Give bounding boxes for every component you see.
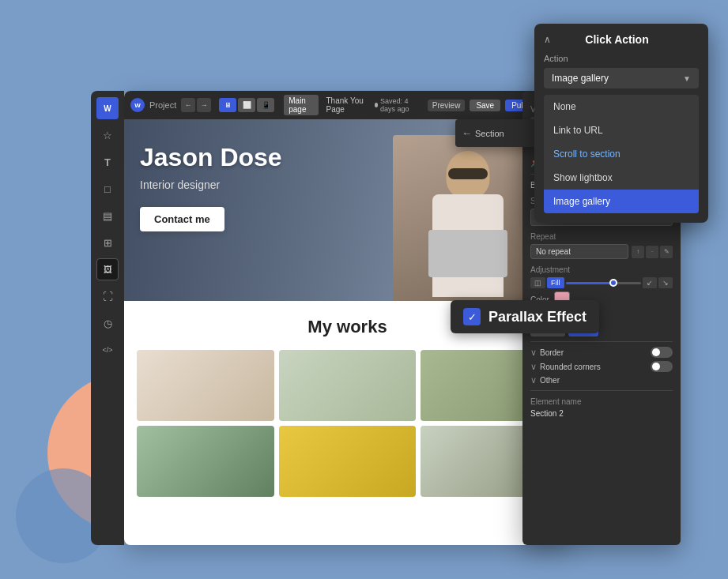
adj-btn-3[interactable]: ↙ [643,277,657,288]
section-panel-label: Section [475,129,504,138]
toolbar-redo-btn[interactable]: → [197,98,211,112]
ca-title: Click Action [585,33,648,46]
toolbar-saved-status: Saved: 4 days ago [375,97,423,113]
toolbar-saved-dot [375,103,378,107]
works-item-1[interactable] [137,350,274,421]
works-item-4[interactable] [137,426,274,497]
pos-btn-edit[interactable]: ✎ [660,246,673,258]
sidebar-icon-timer[interactable]: ◷ [96,312,119,334]
hero-name: Jason Dose [140,143,555,172]
section-panel: ← Section [455,119,538,147]
sidebar-icon-fullscreen[interactable]: ⛶ [96,285,119,307]
sidebar-logo[interactable]: W [96,97,119,119]
ca-option-none[interactable]: None [544,95,699,118]
toolbar-page-main[interactable]: Main page [284,95,318,115]
adj-slider-row [566,277,642,288]
sidebar-icon-grid[interactable]: ⊞ [96,231,119,254]
element-name-label: Element name [530,397,673,406]
pos-btns: ↑ · ✎ [632,244,673,259]
toolbar-project-label: Project [149,100,176,110]
other-row: ∨ Other [530,375,673,385]
editor-toolbar: W Project ← → 🖥 ⬜ 📱 Main page Thank You … [124,91,571,119]
border-label: Border [540,348,564,357]
parallax-checkmark: ✓ [468,311,477,323]
adj-btn-1[interactable]: ◫ [530,277,545,288]
repeat-select[interactable]: No repeat [530,244,628,259]
toolbar-pages: Main page Thank You Page [284,95,369,115]
works-item-2[interactable] [279,350,417,421]
parallax-check-icon: ✓ [463,308,481,325]
border-collapse-icon[interactable]: ∨ [530,348,537,358]
toolbar-page-thankyou[interactable]: Thank You Page [322,95,370,115]
sidebar-icon-layout[interactable]: ▤ [96,205,119,227]
rounded-corners-row: ∨ Rounded corners [530,361,673,372]
element-name-value: Section 2 [530,409,673,418]
toolbar-logo: W [130,98,145,112]
hero-cta-button[interactable]: Contact me [140,207,224,231]
section-panel-back-icon[interactable]: ← [462,127,472,139]
repeat-label: Repeat [530,232,673,241]
rounded-corners-toggle[interactable] [651,361,673,372]
border-toggle[interactable] [651,347,673,358]
ca-option-show-lightbox[interactable]: Show lightbox [544,166,699,190]
toolbar-device-btns: 🖥 ⬜ 📱 [219,98,274,112]
toolbar-device-tablet[interactable]: ⬜ [238,98,255,112]
adj-slider[interactable] [566,282,642,284]
left-sidebar: W ☆ T □ ▤ ⊞ 🖼 ⛶ ◷ </> [91,91,124,545]
sidebar-icon-star[interactable]: ☆ [96,124,119,146]
ca-header: ∧ Click Action [544,33,699,46]
ca-collapse-btn[interactable]: ∧ [544,34,551,45]
sidebar-icon-shape[interactable]: □ [96,178,119,200]
click-action-panel: ∧ Click Action Action Image gallery ▼ No… [534,24,708,223]
adjustment-row: ◫ Fill ↙ ↘ [530,277,673,288]
adjustment-label: Adjustment [530,265,673,274]
repeat-row: No repeat ↑ · ✎ [530,244,673,259]
toolbar-device-desktop[interactable]: 🖥 [219,98,236,112]
ca-option-image-gallery[interactable]: Image gallery [544,190,699,213]
sidebar-icon-media[interactable]: 🖼 [96,258,119,280]
ca-selected-value: Image gallery [552,73,609,84]
ca-dropdown: None Link to URL Scroll to section Show … [544,95,699,213]
pos-btn-up[interactable]: ↑ [632,246,644,258]
sidebar-icon-code[interactable]: </> [96,339,119,361]
parallax-badge[interactable]: ✓ Parallax Effect [451,300,599,333]
adj-btn-4[interactable]: ↘ [658,277,673,288]
border-row: ∨ Border [530,347,673,358]
hero-subtitle: Interior designer [140,179,555,191]
other-collapse-icon[interactable]: ∨ [530,375,537,385]
panel-divider-3 [530,390,673,391]
toolbar-nav-btns: ← → [181,98,211,112]
toolbar-preview-btn[interactable]: Preview [428,100,466,111]
panel-divider-2 [530,341,673,342]
ca-select[interactable]: Image gallery ▼ [544,68,699,88]
works-grid [137,350,558,497]
toolbar-undo-btn[interactable]: ← [181,98,195,112]
adj-slider-thumb [609,279,617,287]
works-item-5[interactable] [279,426,417,497]
parallax-label: Parallax Effect [488,309,587,325]
other-label: Other [540,376,560,385]
toolbar-save-btn[interactable]: Save [470,100,500,111]
ca-select-arrow-icon: ▼ [683,74,691,83]
rounded-corners-label: Rounded corners [540,363,601,371]
adj-btn-fill[interactable]: Fill [547,277,564,288]
section-panel-header: ← Section [455,124,538,142]
ca-action-label: Action [544,54,699,63]
toolbar-device-mobile[interactable]: 📱 [257,98,274,112]
rounded-collapse-icon[interactable]: ∨ [530,362,537,372]
ca-option-link-url[interactable]: Link to URL [544,118,699,142]
pos-btn-center[interactable]: · [646,246,658,258]
ca-option-scroll-section[interactable]: Scroll to section [544,142,699,166]
toolbar-saved-label: Saved: 4 days ago [380,97,423,113]
sidebar-icon-text[interactable]: T [96,151,119,173]
